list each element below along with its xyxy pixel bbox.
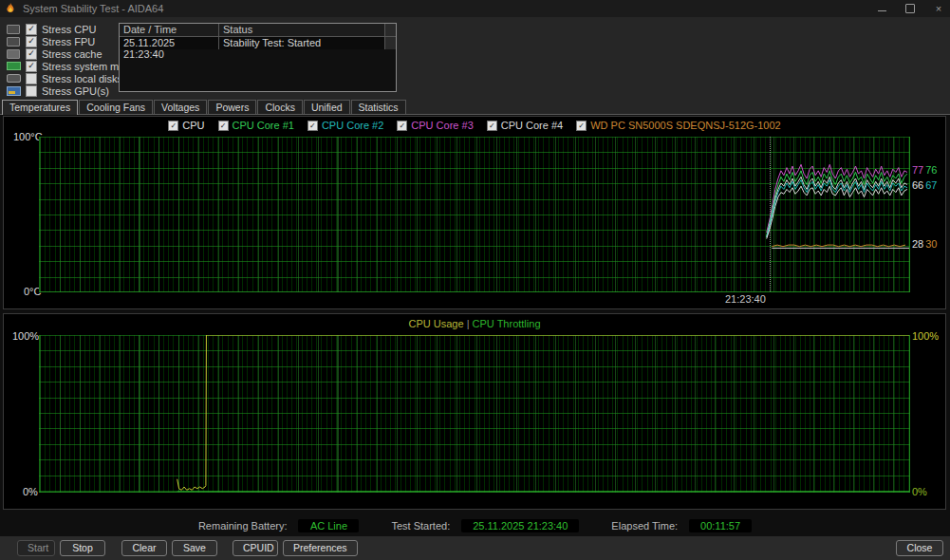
chart-area: CPU CPU Core #1 CPU Core #2 CPU Core #3 … — [0, 115, 950, 536]
elapsed-value: 00:11:57 — [689, 519, 752, 532]
tab-temperatures[interactable]: Temperatures — [2, 100, 78, 115]
cpuid-button[interactable]: CPUID — [233, 540, 278, 556]
close-icon[interactable]: × — [933, 3, 944, 14]
legend-item-core1[interactable]: CPU Core #1 — [218, 120, 294, 131]
tab-clocks[interactable]: Clocks — [257, 100, 303, 114]
battery-value: AC Line — [298, 519, 359, 532]
legend-core4-label: CPU Core #4 — [501, 120, 563, 131]
stress-cpu-label: Stress CPU — [42, 24, 96, 35]
preferences-button[interactable]: Preferences — [283, 540, 358, 556]
usage-right-min: 0% — [912, 486, 927, 497]
temperature-series — [40, 137, 909, 291]
temp-values-mid: 66 67 — [912, 179, 938, 191]
column-datetime: Date / Time — [120, 24, 219, 36]
table-row[interactable]: 25.11.2025 21:23:40 Stability Test: Star… — [120, 37, 396, 49]
legend-item-core4[interactable]: CPU Core #4 — [487, 120, 563, 131]
value-drive: 30 — [925, 238, 937, 250]
legend-core3-checkbox[interactable] — [397, 121, 407, 131]
flame-icon — [4, 2, 17, 15]
event-status: Stability Test: Started — [219, 37, 384, 49]
usage-chart-panel: CPU Usage | CPU Throttling 100% 0% 100% … — [3, 313, 946, 510]
time-marker-label: 21:23:40 — [725, 293, 766, 305]
legend-core1-checkbox[interactable] — [218, 121, 229, 131]
cpu-usage-title: CPU Usage — [409, 318, 464, 329]
stress-cache-checkbox[interactable] — [26, 48, 37, 60]
stress-gpu-checkbox[interactable] — [26, 85, 37, 97]
save-button[interactable]: Save — [172, 540, 217, 556]
status-bar: Remaining Battery: AC Line Test Started:… — [0, 517, 950, 534]
stress-cpu-checkbox[interactable] — [26, 24, 37, 35]
stress-cache-label: Stress cache — [42, 48, 102, 60]
gpu-icon — [6, 86, 21, 96]
stability-test-window: System Stability Test - AIDA64 × Stress … — [0, 0, 950, 560]
close-button[interactable]: Close — [896, 540, 943, 556]
disk-icon — [6, 74, 21, 84]
usage-y-max-label: 100% — [12, 330, 39, 342]
legend-item-ssd[interactable]: WD PC SN5000S SDEQNSJ-512G-1002 — [576, 120, 781, 131]
clear-button[interactable]: Clear — [121, 540, 167, 556]
event-log-table: Date / Time Status 25.11.2025 21:23:40 S… — [119, 23, 397, 92]
memory-icon — [6, 62, 21, 71]
usage-y-min-label: 0% — [23, 486, 38, 497]
usage-right-max: 100% — [912, 330, 939, 342]
temp-values-high: 77 76 — [912, 164, 938, 176]
stress-fpu-label: Stress FPU — [42, 36, 95, 47]
stress-fpu-checkbox[interactable] — [26, 36, 37, 47]
temp-values-low: 28 30 — [912, 238, 938, 250]
table-scrollbar-track[interactable] — [384, 37, 396, 49]
button-bar: Start Stop Clear Save CPUID Preferences … — [0, 536, 950, 560]
legend-core2-label: CPU Core #2 — [322, 120, 383, 131]
legend-ssd-label: WD PC SN5000S SDEQNSJ-512G-1002 — [590, 120, 781, 131]
stress-disks-checkbox[interactable] — [26, 73, 37, 84]
tab-unified[interactable]: Unified — [304, 100, 350, 114]
table-scrollbar[interactable] — [384, 24, 396, 36]
legend-ssd-checkbox[interactable] — [576, 121, 587, 131]
battery-label: Remaining Battery: — [198, 520, 288, 532]
legend-cpu-checkbox[interactable] — [168, 121, 178, 131]
restore-icon[interactable] — [904, 3, 916, 14]
tab-strip: Temperatures Cooling Fans Voltages Power… — [0, 101, 950, 115]
legend-cpu-label: CPU — [182, 120, 204, 131]
minimize-icon[interactable] — [876, 3, 887, 14]
legend-core3-label: CPU Core #3 — [411, 120, 473, 131]
value-core1: 76 — [925, 164, 937, 176]
cpu-icon — [6, 25, 21, 34]
legend-item-core2[interactable]: CPU Core #2 — [307, 120, 383, 131]
tab-statistics[interactable]: Statistics — [351, 100, 406, 114]
title-separator: | — [467, 318, 470, 329]
cache-icon — [6, 49, 21, 59]
tab-voltages[interactable]: Voltages — [154, 100, 207, 114]
value-core2: 67 — [925, 179, 937, 191]
legend-core1-label: CPU Core #1 — [233, 120, 294, 131]
temperature-plot — [39, 137, 910, 292]
event-log-header: Date / Time Status — [120, 24, 396, 37]
value-core3: 77 — [912, 164, 923, 176]
stress-disks-label: Stress local disks — [42, 73, 122, 84]
test-started-value: 25.11.2025 21:23:40 — [461, 519, 579, 532]
test-started-label: Test Started: — [391, 520, 450, 532]
cpu-throttling-title: CPU Throttling — [473, 318, 541, 329]
fpu-icon — [6, 37, 21, 47]
legend-core2-checkbox[interactable] — [307, 121, 318, 131]
usage-chart-title: CPU Usage | CPU Throttling — [4, 318, 945, 329]
title-bar: System Stability Test - AIDA64 × — [0, 0, 950, 17]
value-drive2: 28 — [912, 238, 923, 250]
temperature-legend: CPU CPU Core #1 CPU Core #2 CPU Core #3 … — [4, 120, 945, 131]
column-status: Status — [219, 24, 384, 36]
legend-core4-checkbox[interactable] — [487, 121, 497, 131]
stress-memory-checkbox[interactable] — [26, 61, 37, 72]
start-button[interactable]: Start — [17, 540, 55, 556]
tab-powers[interactable]: Powers — [208, 100, 256, 114]
stress-gpu-label: Stress GPU(s) — [42, 85, 109, 97]
usage-100-label: 100% — [912, 330, 939, 342]
elapsed-label: Elapsed Time: — [611, 520, 678, 532]
usage-0-label: 0% — [912, 486, 927, 497]
tab-cooling-fans[interactable]: Cooling Fans — [79, 100, 153, 114]
value-cpu: 66 — [912, 179, 923, 191]
stop-button[interactable]: Stop — [60, 540, 105, 556]
legend-item-cpu[interactable]: CPU — [168, 120, 204, 131]
legend-item-core3[interactable]: CPU Core #3 — [397, 120, 473, 131]
usage-series — [40, 335, 909, 492]
window-title: System Stability Test - AIDA64 — [23, 3, 163, 14]
event-datetime: 25.11.2025 21:23:40 — [120, 37, 219, 49]
